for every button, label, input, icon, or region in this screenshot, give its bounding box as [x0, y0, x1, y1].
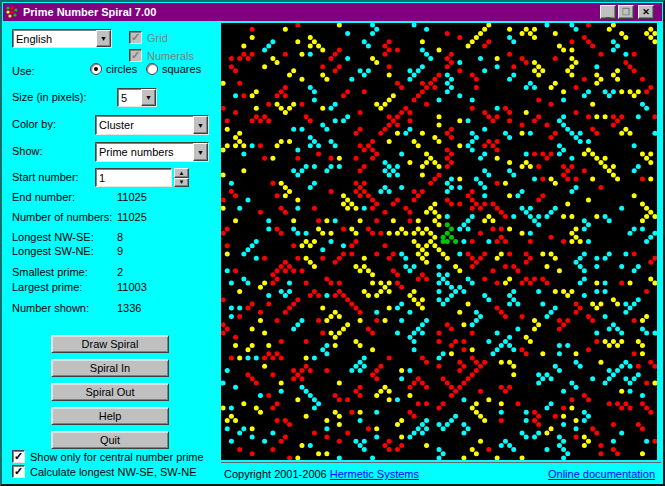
- title-bar[interactable]: Prime Number Spiral 7.00 _ ❐ ✕: [3, 3, 662, 21]
- copyright-text: Copyright 2001-2006 Hermetic Systems: [224, 468, 419, 480]
- close-icon: ✕: [642, 8, 650, 17]
- show-value: Prime numbers: [96, 146, 193, 158]
- spinner-down-icon[interactable]: ▼: [174, 178, 189, 188]
- color-by-label: Color by:: [12, 118, 56, 130]
- largest-prime-label: Largest prime:: [12, 281, 82, 293]
- end-number-label: End number:: [12, 191, 75, 203]
- show-label: Show:: [12, 145, 43, 157]
- footer-divider: [221, 462, 661, 463]
- grid-checkbox-label: Grid: [147, 32, 168, 44]
- checkmark-icon: ✓: [12, 450, 25, 463]
- show-only-central-prime-label: Show only for central number prime: [30, 451, 204, 463]
- start-number-stepper[interactable]: ▲ ▼: [174, 168, 189, 187]
- numerals-checkbox-label: Numerals: [147, 50, 194, 62]
- smallest-prime-value: 2: [117, 266, 123, 278]
- copyright-prefix: Copyright 2001-2006: [224, 468, 330, 480]
- quit-button[interactable]: Quit: [51, 431, 169, 449]
- radio-squares-label: squares: [162, 63, 201, 75]
- help-button[interactable]: Help: [51, 407, 169, 425]
- show-only-central-prime-checkbox[interactable]: ✓ Show only for central number prime: [12, 450, 204, 463]
- start-number-label: Start number:: [12, 171, 79, 183]
- chevron-down-icon[interactable]: ▼: [193, 116, 208, 134]
- chevron-down-icon[interactable]: ▼: [96, 30, 111, 47]
- calculate-longest-checkbox[interactable]: ✓ Calculate longest NW-SE, SW-NE: [12, 465, 196, 478]
- close-button[interactable]: ✕: [638, 5, 654, 19]
- chevron-down-icon[interactable]: ▼: [193, 143, 208, 161]
- maximize-button[interactable]: ❐: [618, 5, 634, 19]
- radio-circle-icon: [90, 63, 102, 75]
- minimize-button[interactable]: _: [600, 5, 616, 19]
- size-value: 5: [118, 92, 141, 104]
- grid-checkbox: ✓ Grid: [129, 31, 168, 44]
- largest-prime-value: 11003: [117, 281, 147, 293]
- app-icon: [5, 5, 19, 19]
- checkmark-icon: ✓: [12, 465, 25, 478]
- online-documentation-link[interactable]: Online documentation: [548, 468, 655, 480]
- draw-spiral-button[interactable]: Draw Spiral: [51, 335, 169, 353]
- numerals-checkbox: ✓ Numerals: [129, 49, 194, 62]
- window-title: Prime Number Spiral 7.00: [23, 6, 156, 18]
- use-label: Use:: [12, 65, 35, 77]
- hermetic-systems-link[interactable]: Hermetic Systems: [330, 468, 419, 480]
- number-of-numbers-label: Number of numbers:: [12, 211, 112, 223]
- language-value: English: [13, 33, 96, 45]
- size-label: Size (in pixels):: [12, 91, 87, 103]
- longest-nw-se-value: 8: [117, 231, 123, 243]
- radio-circles-label: circles: [106, 63, 137, 75]
- maximize-icon: ❐: [622, 8, 630, 17]
- number-of-numbers-value: 11025: [117, 211, 147, 223]
- color-by-select[interactable]: Cluster ▼: [95, 115, 209, 135]
- spinner-up-icon[interactable]: ▲: [174, 168, 189, 178]
- spiral-canvas: [221, 23, 657, 460]
- color-by-value: Cluster: [96, 119, 193, 131]
- longest-sw-ne-label: Longest SW-NE:: [12, 245, 94, 257]
- radio-circles[interactable]: circles: [90, 63, 137, 75]
- checkmark-icon: ✓: [129, 31, 142, 44]
- checkmark-icon: ✓: [129, 49, 142, 62]
- start-number-input[interactable]: [95, 168, 172, 187]
- spiral-out-button[interactable]: Spiral Out: [51, 383, 169, 401]
- calculate-longest-label: Calculate longest NW-SE, SW-NE: [30, 466, 196, 478]
- longest-nw-se-label: Longest NW-SE:: [12, 231, 94, 243]
- show-select[interactable]: Prime numbers ▼: [95, 142, 209, 162]
- app-window: Prime Number Spiral 7.00 _ ❐ ✕ English ▼…: [0, 0, 665, 486]
- size-select[interactable]: 5 ▼: [117, 88, 157, 107]
- minimize-icon: _: [605, 10, 610, 19]
- number-shown-label: Number shown:: [12, 302, 89, 314]
- longest-sw-ne-value: 9: [117, 245, 123, 257]
- radio-circle-icon: [146, 63, 158, 75]
- radio-squares[interactable]: squares: [146, 63, 201, 75]
- smallest-prime-label: Smallest prime:: [12, 266, 88, 278]
- spiral-in-button[interactable]: Spiral In: [51, 359, 169, 377]
- end-number-value: 11025: [117, 191, 147, 203]
- number-shown-value: 1336: [117, 302, 141, 314]
- chevron-down-icon[interactable]: ▼: [141, 89, 156, 106]
- language-select[interactable]: English ▼: [12, 29, 112, 48]
